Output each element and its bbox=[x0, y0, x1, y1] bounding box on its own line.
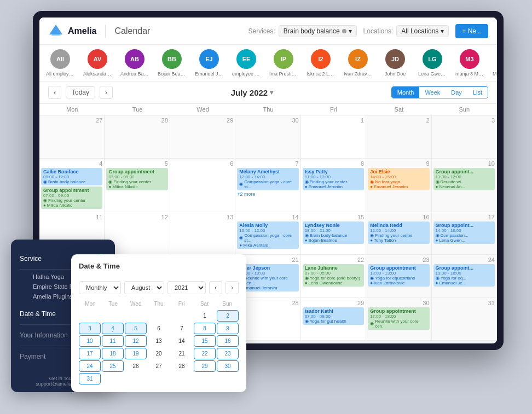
mini-calendar-day[interactable]: 9 bbox=[217, 323, 239, 334]
event-card[interactable]: Lyndsey Nonie 18:00 - 21:00 ◉Brain body … bbox=[303, 221, 364, 244]
next-month-button[interactable]: › bbox=[100, 86, 113, 99]
event-card[interactable]: Group appointment 17:00 - 18:00 ◉Reunite… bbox=[368, 307, 429, 330]
calendar-cell[interactable]: 31 bbox=[432, 298, 497, 341]
mini-calendar-day[interactable]: 10 bbox=[79, 335, 101, 347]
mini-calendar-day[interactable] bbox=[125, 373, 147, 384]
mini-calendar-day[interactable]: 31 bbox=[79, 373, 101, 384]
employee-item[interactable]: IP Ima Prestine Emily Ernie bbox=[269, 49, 298, 77]
event-card[interactable]: Melany Amethyst 12:00 - 14:00 ◉Compassio… bbox=[237, 168, 298, 190]
mini-calendar-day[interactable] bbox=[102, 373, 124, 384]
calendar-cell[interactable]: 30 Group appointment 17:00 - 18:00 ◉Reun… bbox=[366, 298, 431, 341]
mini-calendar-day[interactable]: 6 bbox=[148, 323, 170, 334]
calendar-cell[interactable]: 5 Group appointment 07:00 - 09:00 ◉Findi… bbox=[105, 159, 170, 212]
employee-item[interactable]: AB Andrea Barber bbox=[120, 49, 149, 77]
new-appointment-button[interactable]: + Ne... bbox=[455, 24, 488, 38]
calendar-cell[interactable]: 30 bbox=[235, 115, 300, 158]
mini-calendar-day[interactable]: 27 bbox=[148, 360, 170, 372]
calendar-cell[interactable]: 6 bbox=[170, 159, 235, 212]
view-tab-week[interactable]: Week bbox=[419, 87, 446, 98]
mini-calendar-day[interactable]: 1 bbox=[194, 310, 216, 322]
calendar-cell[interactable]: 29 Isador Kathi 07:00 - 09:00 ◉Yoga for … bbox=[301, 298, 366, 341]
mini-calendar-day[interactable]: 13 bbox=[148, 335, 170, 347]
year-select[interactable]: 2021 bbox=[167, 281, 206, 294]
event-card[interactable]: Joi Elsie 14:00 - 15:00 ◉No fear yoga ●E… bbox=[368, 168, 429, 190]
calendar-cell[interactable]: 17 Group appoint... 14:00 - 16:00 ◉Compa… bbox=[432, 212, 497, 255]
more-events-link[interactable]: +2 more bbox=[237, 191, 298, 197]
calendar-cell[interactable]: 13 bbox=[170, 212, 235, 255]
mini-calendar-day[interactable]: 23 bbox=[217, 348, 239, 359]
view-tab-list[interactable]: List bbox=[467, 87, 488, 98]
mini-calendar-day[interactable] bbox=[79, 310, 101, 322]
calendar-cell[interactable]: 22 Lane Julianne 07:00 - 05:00 ◉Yoga for… bbox=[301, 255, 366, 298]
event-card[interactable]: Group appoint... 11:00 - 12:00 ◉Reunite … bbox=[433, 168, 495, 190]
mini-calendar-day[interactable] bbox=[102, 310, 124, 322]
calendar-cell[interactable]: 3 bbox=[432, 115, 497, 158]
locations-select[interactable]: All Locations ▾ bbox=[396, 25, 449, 37]
employee-item[interactable]: LG Lena Gwen... bbox=[418, 49, 447, 77]
employee-item[interactable]: JD John Doe bbox=[381, 49, 409, 77]
employee-item[interactable]: AV Aleksandar ... bbox=[83, 49, 112, 77]
mini-calendar-day[interactable] bbox=[148, 310, 170, 322]
mini-calendar-day[interactable]: 26 bbox=[125, 360, 147, 372]
calendar-cell[interactable]: 2 bbox=[366, 115, 431, 158]
services-select[interactable]: Brain body balance ▾ bbox=[279, 25, 357, 37]
employee-item[interactable]: All All employees bbox=[46, 49, 74, 77]
mini-calendar-day[interactable]: 17 bbox=[79, 348, 101, 359]
next-date-button[interactable]: › bbox=[225, 281, 239, 294]
mini-calendar-day[interactable]: 14 bbox=[171, 335, 193, 347]
view-tabs[interactable]: MonthWeekDayList bbox=[391, 86, 488, 98]
mini-calendar-day[interactable] bbox=[194, 373, 216, 384]
mini-calendar-day[interactable]: 22 bbox=[194, 348, 216, 359]
mini-calendar-day[interactable]: 3 bbox=[79, 323, 101, 334]
calendar-cell[interactable]: 15 Lyndsey Nonie 18:00 - 21:00 ◉Brain bo… bbox=[301, 212, 366, 255]
event-card[interactable]: Group appoint... 14:00 - 16:00 ◉Compassi… bbox=[433, 221, 495, 244]
employee-item[interactable]: EJ Emanuel Jer... bbox=[195, 49, 223, 77]
calendar-cell[interactable]: 8 Issy Patty 11:00 - 13:00 ◉Finding your… bbox=[301, 159, 366, 212]
month-select[interactable]: August bbox=[124, 281, 164, 294]
mini-calendar-day[interactable]: 21 bbox=[171, 348, 193, 359]
mini-calendar-day[interactable] bbox=[217, 373, 239, 384]
mini-calendar-day[interactable]: 5 bbox=[125, 323, 147, 334]
employee-item[interactable]: ME Marija Emil Marija Tess bbox=[493, 49, 497, 77]
employee-item[interactable]: M3 marija 3 Mike Sober bbox=[455, 49, 484, 77]
calendar-cell[interactable]: 1 bbox=[301, 115, 366, 158]
mini-calendar-day[interactable]: 8 bbox=[194, 323, 216, 334]
event-card[interactable]: Tiger Jepson 18:00 - 19:00 ◉Reunite with… bbox=[237, 264, 298, 291]
mini-calendar-day[interactable]: 7 bbox=[171, 323, 193, 334]
event-card[interactable]: Melinda Redd 12:00 - 14:00 ◉Finding your… bbox=[368, 221, 429, 244]
prev-month-button[interactable]: ‹ bbox=[48, 86, 61, 99]
calendar-cell[interactable]: 16 Melinda Redd 12:00 - 14:00 ◉Finding y… bbox=[366, 212, 431, 255]
mini-calendar-day[interactable]: 25 bbox=[102, 360, 124, 372]
prev-date-button[interactable]: ‹ bbox=[209, 281, 222, 294]
calendar-cell[interactable]: 23 Group appointment 13:00 - 13:00 ◉Yoga… bbox=[366, 255, 431, 298]
today-button[interactable]: Today bbox=[66, 86, 95, 98]
mini-calendar-day[interactable]: 15 bbox=[194, 335, 216, 347]
calendar-cell[interactable]: 27 bbox=[39, 115, 105, 158]
locations-filter[interactable]: Locations: All Locations ▾ bbox=[363, 25, 449, 37]
calendar-cell[interactable]: 9 Joi Elsie 14:00 - 15:00 ◉No fear yoga … bbox=[366, 159, 431, 212]
mini-calendar-day[interactable]: 30 bbox=[217, 360, 239, 372]
mini-calendar-day[interactable]: 24 bbox=[79, 360, 101, 372]
event-card[interactable]: Lane Julianne 07:00 - 05:00 ◉Yoga for co… bbox=[303, 264, 364, 287]
employee-item[interactable]: IZ Ivan Zdravk... bbox=[344, 49, 372, 77]
event-card[interactable]: Group appoint... 13:00 - 16:00 ◉Yoga for… bbox=[433, 264, 495, 287]
event-card[interactable]: Group appointment 07:00 - 09:00 ◉Finding… bbox=[106, 168, 167, 190]
employee-item[interactable]: I2 Iskrica 2 Lexie Ernie bbox=[307, 49, 335, 77]
month-chevron-icon[interactable]: ▾ bbox=[270, 89, 273, 96]
mini-calendar-day[interactable]: 18 bbox=[102, 348, 124, 359]
mini-calendar-day[interactable]: 4 bbox=[102, 323, 124, 334]
calendar-cell[interactable]: 4 Callie Boniface 09:00 - 12:00 ◉Brain b… bbox=[39, 159, 105, 212]
mini-calendar-day[interactable] bbox=[125, 310, 147, 322]
calendar-cell[interactable]: 14 Alesia Molly 10:00 - 12:00 ◉Compassio… bbox=[235, 212, 300, 255]
mini-calendar-day[interactable]: 12 bbox=[125, 335, 147, 347]
event-card[interactable]: Callie Boniface 09:00 - 12:00 ◉Brain bod… bbox=[41, 168, 102, 185]
mini-calendar-day[interactable]: 16 bbox=[217, 335, 239, 347]
mini-calendar-day[interactable]: 29 bbox=[194, 360, 216, 372]
calendar-cell[interactable]: 24 Group appoint... 13:00 - 16:00 ◉Yoga … bbox=[432, 255, 497, 298]
mini-calendar-day[interactable]: 20 bbox=[148, 348, 170, 359]
calendar-cell[interactable]: 29 bbox=[170, 115, 235, 158]
employee-item[interactable]: EE employee e... bbox=[232, 49, 261, 77]
mini-calendar-day[interactable]: 11 bbox=[102, 335, 124, 347]
mini-calendar-day[interactable]: 28 bbox=[171, 360, 193, 372]
services-filter[interactable]: Services: Brain body balance ▾ bbox=[248, 25, 356, 37]
